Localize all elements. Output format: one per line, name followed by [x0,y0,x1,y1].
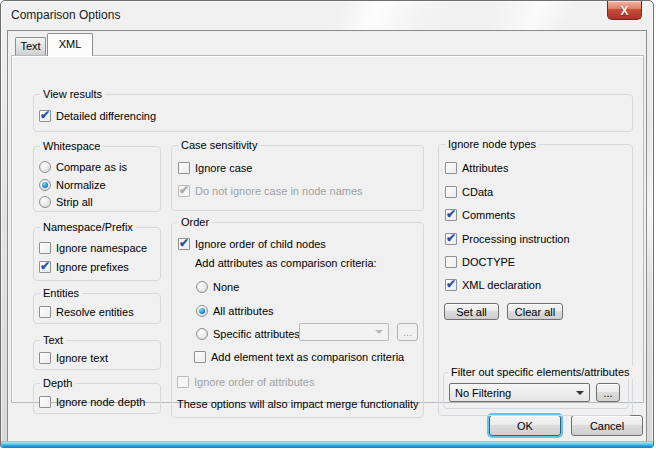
checkbox-ignore-namespace[interactable]: Ignore namespace [39,241,147,255]
radio-all-attributes[interactable]: All attributes [196,304,274,318]
specific-attributes-combo [299,323,389,341]
group-filter-out: Filter out specific elements/attributes … [443,372,629,409]
filter-browse-button[interactable]: ... [596,383,620,402]
dropdown-arrow-icon [375,330,383,334]
checkbox-icon [445,209,457,221]
filter-combo[interactable]: No Filtering [449,383,590,402]
checkbox-icon [194,351,206,363]
tab-text[interactable]: Text [15,37,46,55]
checkbox-ignore-order-of-child-nodes[interactable]: Ignore order of child nodes [178,237,326,251]
checkbox-ignore-prefixes[interactable]: Ignore prefixes [39,260,129,274]
checkbox-cdata[interactable]: CData [445,185,493,199]
checkbox-processing-instruction[interactable]: Processing instruction [445,232,570,246]
group-whitespace-title: Whitespace [40,140,103,153]
radio-specific-attributes[interactable]: Specific attributes [196,327,300,341]
close-icon: X [620,4,628,18]
checkbox-icon [39,242,51,254]
group-view-results-title: View results [40,88,105,101]
radio-icon [39,196,51,208]
checkbox-label: Processing instruction [462,233,570,245]
checkbox-label: XML declaration [462,279,541,291]
checkbox-icon [39,396,51,408]
ok-button[interactable]: OK [489,415,561,436]
checkbox-ignore-order-of-attributes: Ignore order of attributes [177,375,314,389]
checkbox-label: Do not ignore case in node names [195,185,363,197]
checkbox-label: Ignore case [195,162,252,174]
checkbox-icon [445,162,457,174]
checkbox-icon [178,162,190,174]
checkbox-label: Ignore prefixes [56,261,129,273]
group-case-sensitivity: Case sensitivity Ignore case Do not igno… [171,145,424,211]
xml-tab-panel: View results Detailed differencing White… [11,55,644,403]
specific-attributes-browse-button: ... [397,323,418,341]
dropdown-arrow-icon [576,391,584,395]
checkbox-ignore-case[interactable]: Ignore case [178,161,252,175]
checkbox-add-element-text[interactable]: Add element text as comparison criteria [194,350,404,364]
radio-icon [196,328,208,340]
group-ignore-node-types: Ignore node types Attributes CData Comme… [438,144,633,416]
group-namespace-prefix: Namespace/Prefix Ignore namespace Ignore… [33,227,161,281]
radio-label: Compare as is [56,161,127,173]
radio-none[interactable]: None [196,280,239,294]
checkbox-ignore-text[interactable]: Ignore text [39,351,108,365]
radio-label: All attributes [213,305,274,317]
group-text-title: Text [40,334,66,347]
radio-normalize[interactable]: Normalize [39,178,106,192]
group-whitespace: Whitespace Compare as is Normalize Strip… [33,146,161,212]
bottom-frame-glow [1,441,653,447]
radio-icon [39,161,51,173]
group-depth-title: Depth [40,377,75,390]
group-namespace-prefix-title: Namespace/Prefix [40,221,136,234]
radio-strip-all[interactable]: Strip all [39,195,93,209]
radio-icon [196,281,208,293]
checkbox-xml-declaration[interactable]: XML declaration [445,278,541,292]
checkbox-icon [445,279,457,291]
checkbox-label: Ignore order of child nodes [195,238,326,250]
checkbox-icon [39,110,51,122]
checkbox-label: Attributes [462,162,508,174]
checkbox-icon [178,185,190,197]
checkbox-icon [178,238,190,250]
radio-label: Strip all [56,196,93,208]
checkbox-icon [445,256,457,268]
checkbox-icon [445,233,457,245]
group-entities-title: Entities [40,287,82,300]
checkbox-resolve-entities[interactable]: Resolve entities [39,305,134,319]
group-view-results: View results Detailed differencing [33,94,633,132]
checkbox-label: Ignore node depth [56,396,145,408]
clear-all-button[interactable]: Clear all [507,303,563,320]
group-text: Text Ignore text [33,340,161,370]
group-case-sensitivity-title: Case sensitivity [178,139,260,152]
checkbox-label: Detailed differencing [56,110,156,122]
checkbox-icon [39,352,51,364]
group-order-title: Order [178,216,212,229]
checkbox-comments[interactable]: Comments [445,208,515,222]
checkbox-label: Ignore namespace [56,242,147,254]
checkbox-label: Ignore order of attributes [194,376,314,388]
checkbox-label: Add element text as comparison criteria [211,351,404,363]
combo-value: No Filtering [455,387,511,399]
checkbox-doctype[interactable]: DOCTYPE [445,255,515,269]
checkbox-label: DOCTYPE [462,256,515,268]
checkbox-do-not-ignore-case-node-names: Do not ignore case in node names [178,184,363,198]
titlebar[interactable]: Comparison Options X [1,1,653,30]
checkbox-detailed-differencing[interactable]: Detailed differencing [39,109,156,123]
set-all-button[interactable]: Set all [444,303,499,320]
checkbox-icon [445,186,457,198]
close-button[interactable]: X [607,1,642,20]
radio-label: None [213,281,239,293]
checkbox-ignore-node-depth[interactable]: Ignore node depth [39,395,145,409]
group-entities: Entities Resolve entities [33,293,161,324]
checkbox-label: Resolve entities [56,306,134,318]
tab-xml[interactable]: XML [47,33,93,56]
checkbox-label: Comments [462,209,515,221]
radio-compare-as-is[interactable]: Compare as is [39,160,127,174]
group-depth: Depth Ignore node depth [33,383,161,414]
group-ignore-node-types-title: Ignore node types [445,138,539,151]
checkbox-label: CData [462,186,493,198]
cancel-button[interactable]: Cancel [571,415,643,436]
checkbox-attributes[interactable]: Attributes [445,161,508,175]
checkbox-icon [39,306,51,318]
checkbox-label: Ignore text [56,352,108,364]
add-attributes-criteria-label: Add attributes as comparison criteria: [195,257,377,269]
